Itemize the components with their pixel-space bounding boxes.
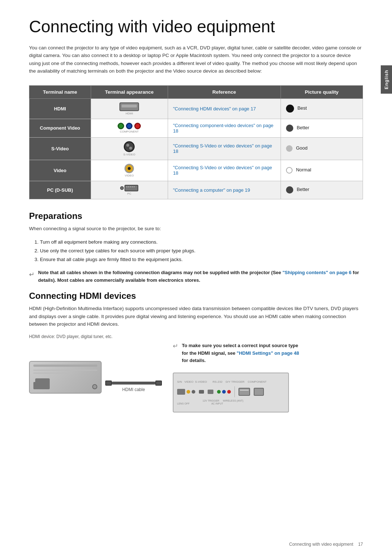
page-footer: Connecting with video equipment 17 bbox=[289, 542, 363, 547]
quality-label: Better bbox=[297, 187, 309, 192]
preparation-step: Ensure that all cable plugs are firmly f… bbox=[40, 255, 363, 264]
footer-page-number: 17 bbox=[358, 542, 363, 547]
table-reference[interactable]: "Connecting HDMI devices" on page 17 bbox=[168, 98, 281, 119]
hdmi-tip-box: ↵ To make sure you select a correct inpu… bbox=[173, 342, 303, 365]
quality-dot bbox=[286, 105, 294, 113]
preparation-step: Use only the correct type cables for eac… bbox=[40, 247, 363, 255]
quality-label: Normal bbox=[296, 167, 311, 173]
table-reference[interactable]: "Connecting S-Video or video devices" on… bbox=[168, 137, 281, 160]
picture-quality: Normal bbox=[281, 160, 363, 181]
table-reference[interactable]: "Connecting S-Video or video devices" on… bbox=[168, 160, 281, 181]
hdmi-section-title: Connecting HDMI devices bbox=[29, 291, 363, 301]
diagram-right-col: ↵ To make sure you select a correct inpu… bbox=[173, 342, 303, 412]
projector-back-illustration: S/N VIDEO S-VIDEO RS-232 D/Y TRIGGER COM… bbox=[173, 373, 289, 412]
quality-label: Best bbox=[297, 106, 307, 111]
hdmi-description: HDMI (High-Definition Multimedia Interfa… bbox=[29, 305, 363, 328]
hdmi-device-label: HDMI device: DVD player, digital tuner, … bbox=[29, 334, 363, 339]
terminal-name: PC (D-SUB) bbox=[29, 181, 91, 199]
picture-quality: Good bbox=[281, 137, 363, 160]
col-header-quality: Picture quality bbox=[281, 85, 363, 98]
col-header-reference: Reference bbox=[168, 85, 281, 98]
quality-label: Good bbox=[296, 146, 307, 151]
terminal-name: S-Video bbox=[29, 137, 91, 160]
tip-icon: ↵ bbox=[173, 342, 178, 350]
preparations-title: Preparations bbox=[29, 211, 363, 221]
terminal-name: Video bbox=[29, 160, 91, 181]
quality-dot bbox=[286, 125, 293, 132]
picture-quality: Best bbox=[281, 98, 363, 119]
preparations-list: Turn off all equipment before making any… bbox=[40, 238, 363, 264]
quality-dot bbox=[286, 167, 293, 174]
dvd-player-illustration bbox=[29, 361, 102, 394]
col-header-terminal: Terminal name bbox=[29, 85, 91, 98]
quality-label: Better bbox=[297, 125, 309, 130]
preparation-step: Turn off all equipment before making any… bbox=[40, 238, 363, 247]
terminal-appearance: PC bbox=[91, 181, 168, 199]
hdmi-diagram-row: HDMI cable ↵ To make sure you select a c… bbox=[29, 342, 363, 412]
connection-table: Terminal name Terminal appearance Refere… bbox=[29, 85, 363, 199]
intro-paragraph: You can connect the projector to any typ… bbox=[29, 44, 363, 75]
picture-quality: Better bbox=[281, 119, 363, 137]
note-box: ↵ Note that all cables shown in the foll… bbox=[29, 269, 363, 284]
terminal-name: Component Video bbox=[29, 119, 91, 137]
footer-text: Connecting with video equipment bbox=[289, 542, 354, 547]
terminal-appearance: COMPONENT bbox=[91, 119, 168, 137]
quality-dot bbox=[286, 186, 293, 194]
hdmi-cable-label: HDMI cable bbox=[122, 387, 145, 392]
picture-quality: Better bbox=[281, 181, 363, 199]
page-title: Connecting with video equipment bbox=[29, 17, 363, 36]
preparations-intro: When connecting a signal source to the p… bbox=[29, 225, 363, 233]
hdmi-tip-text: To make sure you select a correct input … bbox=[182, 342, 303, 365]
col-header-appearance: Terminal appearance bbox=[91, 85, 168, 98]
terminal-appearance: S-VIDEO bbox=[91, 137, 168, 160]
table-reference[interactable]: "Connecting component-video devices" on … bbox=[168, 119, 281, 137]
note-text: Note that all cables shown in the follow… bbox=[38, 269, 363, 284]
terminal-name: HDMI bbox=[29, 98, 91, 119]
table-reference[interactable]: "Connecting a computer" on page 19 bbox=[168, 181, 281, 199]
terminal-appearance: VIDEO bbox=[91, 160, 168, 181]
note-icon: ↵ bbox=[29, 269, 34, 280]
hdmi-diagram-container: HDMI device: DVD player, digital tuner, … bbox=[29, 334, 363, 412]
quality-dot bbox=[286, 145, 293, 152]
terminal-appearance: HDMI bbox=[91, 98, 168, 119]
language-tab: English bbox=[381, 65, 392, 94]
